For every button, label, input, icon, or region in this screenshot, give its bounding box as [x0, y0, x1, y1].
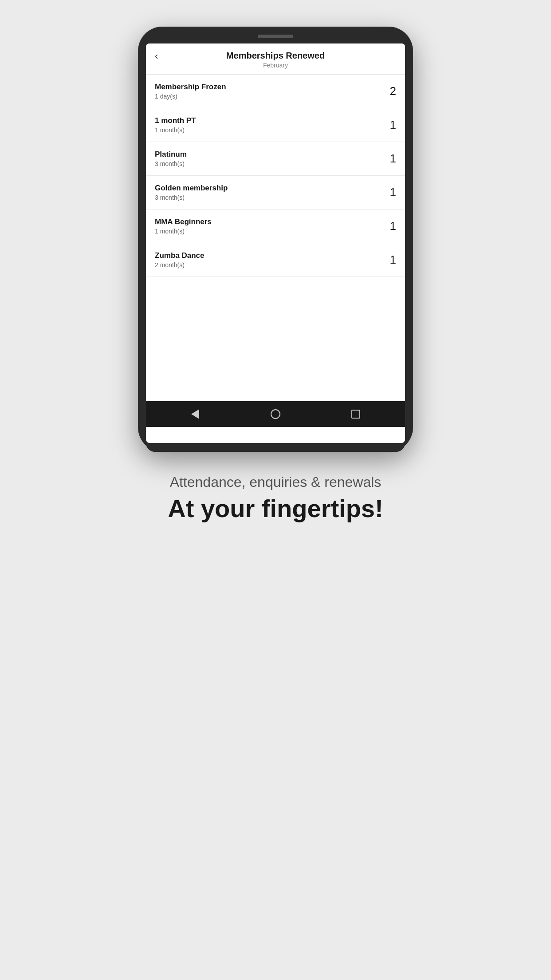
back-button[interactable]: ‹ — [155, 51, 158, 62]
membership-info: Golden membership 3 month(s) — [155, 184, 383, 201]
membership-name: MMA Beginners — [155, 217, 383, 226]
back-triangle-icon — [191, 409, 199, 419]
membership-count: 2 — [383, 84, 396, 98]
membership-count: 1 — [383, 118, 396, 132]
recents-square-icon — [351, 410, 360, 419]
membership-count: 1 — [383, 253, 396, 267]
home-circle-icon — [271, 409, 280, 419]
membership-duration: 3 month(s) — [155, 160, 383, 167]
membership-name: Platinum — [155, 150, 383, 159]
list-item: Golden membership 3 month(s) 1 — [146, 176, 405, 209]
membership-duration: 1 month(s) — [155, 126, 383, 134]
app-header: ‹ Memberships Renewed February — [146, 43, 405, 75]
page-title: Memberships Renewed — [226, 51, 325, 61]
membership-count: 1 — [383, 152, 396, 166]
membership-duration: 2 month(s) — [155, 261, 383, 269]
list-item: Membership Frozen 1 day(s) 2 — [146, 75, 405, 108]
nav-home-button[interactable] — [267, 407, 284, 421]
membership-info: Platinum 3 month(s) — [155, 150, 383, 167]
list-item: MMA Beginners 1 month(s) 1 — [146, 209, 405, 243]
membership-info: 1 month PT 1 month(s) — [155, 116, 383, 134]
membership-count: 1 — [383, 219, 396, 233]
list-item: Zumba Dance 2 month(s) 1 — [146, 243, 405, 277]
bottom-headline: At your fingertips! — [168, 495, 383, 522]
membership-info: Zumba Dance 2 month(s) — [155, 251, 383, 269]
membership-name: Golden membership — [155, 184, 383, 193]
nav-back-button[interactable] — [186, 407, 204, 421]
membership-count: 1 — [383, 186, 396, 199]
bottom-text-section: Attendance, enquiries & renewals At your… — [150, 474, 401, 522]
membership-name: 1 month PT — [155, 116, 383, 125]
membership-name: Membership Frozen — [155, 83, 383, 91]
membership-duration: 3 month(s) — [155, 194, 383, 201]
membership-list: Membership Frozen 1 day(s) 2 1 month PT … — [146, 75, 405, 277]
membership-duration: 1 month(s) — [155, 228, 383, 235]
membership-name: Zumba Dance — [155, 251, 383, 260]
phone-top-bar — [146, 35, 405, 38]
membership-info: Membership Frozen 1 day(s) — [155, 83, 383, 100]
membership-info: MMA Beginners 1 month(s) — [155, 217, 383, 235]
phone-bottom-chin — [146, 443, 405, 452]
page-wrapper: ‹ Memberships Renewed February Membershi… — [0, 0, 551, 980]
empty-content-area — [146, 277, 405, 401]
list-item: Platinum 3 month(s) 1 — [146, 142, 405, 176]
android-nav-bar — [146, 401, 405, 427]
phone-container: ‹ Memberships Renewed February Membershi… — [138, 27, 413, 452]
page-subtitle: February — [263, 62, 288, 69]
membership-duration: 1 day(s) — [155, 93, 383, 100]
bottom-tagline: Attendance, enquiries & renewals — [168, 474, 383, 490]
list-item: 1 month PT 1 month(s) 1 — [146, 108, 405, 142]
phone-screen: ‹ Memberships Renewed February Membershi… — [146, 43, 405, 443]
phone-speaker — [258, 35, 293, 38]
nav-recents-button[interactable] — [347, 407, 365, 421]
